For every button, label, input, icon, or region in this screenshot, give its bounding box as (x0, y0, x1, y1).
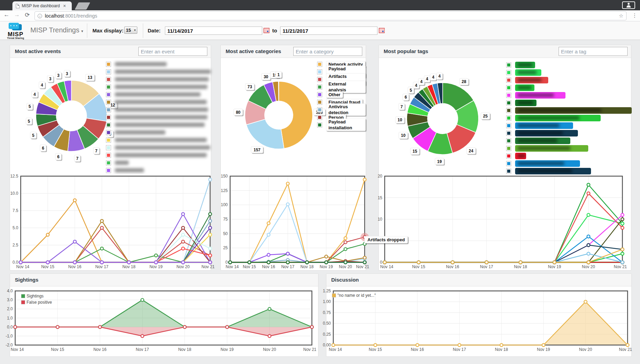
legend-label: False positive (27, 300, 52, 305)
page-favicon-icon (16, 4, 20, 8)
legend-color-swatch (106, 107, 111, 112)
svg-text:4: 4 (426, 77, 429, 81)
chart-tooltip: Artifacts dropped (364, 236, 408, 243)
profile-icon (626, 3, 631, 8)
legend-item: Sightings (21, 293, 52, 299)
url-bar[interactable]: i localhost :8001/trendings ☆ (35, 11, 627, 20)
legend-label: Sightings (27, 294, 43, 299)
forward-button[interactable]: → (12, 11, 21, 18)
svg-text:Nov 16: Nov 16 (68, 264, 81, 269)
legend-item (506, 114, 632, 122)
redacted-event-label (115, 138, 207, 142)
svg-text:Nov 15: Nov 15 (412, 264, 425, 269)
redacted-event-label (115, 85, 207, 89)
calendar-icon[interactable] (379, 28, 385, 33)
legend-item (506, 61, 632, 69)
svg-text:2.5: 2.5 (12, 243, 18, 247)
events-line-chart: 0.02.55.07.510.012.5Nov 14Nov 15Nov 16No… (10, 173, 211, 272)
legend-color-swatch (21, 300, 25, 304)
svg-text:4: 4 (438, 74, 441, 79)
browser-tab-bar: MISP live dashboard × (0, 0, 640, 10)
svg-text:7: 7 (76, 156, 79, 161)
svg-text:15: 15 (378, 195, 383, 200)
browser-toolbar: ← → ⟳ i localhost :8001/trendings ☆ ⋮ (0, 10, 640, 21)
legend-item (106, 60, 211, 68)
redacted-tag-pill (515, 62, 535, 68)
legend-color-swatch (506, 169, 511, 174)
legend-item (106, 75, 211, 83)
svg-text:0.75: 0.75 (323, 310, 331, 315)
svg-text:0.0: 0.0 (12, 260, 18, 265)
profile-button[interactable] (622, 1, 635, 9)
date-from-input[interactable] (165, 27, 262, 35)
redacted-tag-pill (515, 145, 588, 152)
legend-color-swatch (21, 294, 25, 298)
logo-title: MISP (4, 32, 27, 37)
legend-color-swatch (317, 77, 322, 82)
svg-text:Nov 15: Nov 15 (243, 264, 256, 269)
page-info-icon[interactable]: i (38, 14, 42, 18)
tab-close-icon[interactable]: × (63, 3, 66, 9)
calendar-icon[interactable] (264, 28, 269, 33)
category-search-input[interactable] (293, 47, 362, 56)
app-header: MISP Threat Sharing MISP Trendings ▾ Max… (0, 21, 640, 40)
legend-item (506, 160, 632, 167)
svg-text:4: 4 (41, 83, 43, 88)
panel-most-active-events: Most active events 13128776655544333 0.0… (10, 45, 211, 271)
back-button[interactable]: ← (2, 11, 11, 18)
browser-menu-icon[interactable]: ⋮ (632, 12, 637, 19)
svg-text:Nov 16: Nov 16 (446, 264, 459, 269)
legend-color-swatch (506, 100, 511, 105)
panel-sightings: Sightings -2.0-1.00.01.02.03.04.0Nov 14N… (10, 273, 318, 357)
logo-subtitle: Threat Sharing (4, 37, 27, 39)
legend-color-swatch (106, 62, 111, 67)
redacted-event-label (115, 123, 205, 127)
new-tab-button[interactable] (75, 2, 90, 10)
legend-item (106, 113, 211, 121)
redacted-event-label (115, 70, 211, 74)
svg-text:Nov 14: Nov 14 (226, 264, 239, 269)
legend-label: "no name or id yet..." (337, 293, 376, 298)
legend-color-swatch (106, 84, 111, 90)
legend-item (506, 99, 632, 107)
legend-item (106, 68, 211, 75)
svg-text:2.0: 2.0 (7, 306, 13, 311)
legend-color-swatch (106, 153, 111, 158)
svg-text:80: 80 (236, 110, 241, 115)
date-to-input[interactable] (280, 27, 377, 35)
svg-text:Nov 18: Nov 18 (514, 264, 527, 269)
svg-text:Nov 15: Nov 15 (51, 347, 64, 352)
redacted-tag-pill (515, 138, 570, 144)
svg-text:10.0: 10.0 (10, 191, 19, 196)
reload-button[interactable]: ⟳ (23, 11, 32, 19)
legend-color-swatch (106, 115, 111, 120)
bookmark-star-icon[interactable]: ☆ (619, 13, 623, 19)
svg-text:25: 25 (223, 245, 228, 250)
legend-color-swatch (506, 131, 511, 136)
legend-color-swatch (317, 107, 322, 112)
browser-tab[interactable]: MISP live dashboard × (12, 1, 72, 10)
svg-text:Nov 17: Nov 17 (95, 264, 108, 269)
redacted-tag-pill (515, 115, 601, 121)
svg-text:0.25: 0.25 (323, 332, 331, 337)
svg-text:Nov 15: Nov 15 (369, 347, 382, 352)
panel-title: Most popular tags (384, 48, 428, 54)
svg-text:28: 28 (462, 79, 466, 84)
app-title-dropdown[interactable]: MISP Trendings ▾ (30, 26, 83, 34)
legend-item (506, 76, 632, 84)
tag-search-input[interactable] (559, 47, 628, 56)
svg-text:100: 100 (221, 202, 228, 207)
misp-logo[interactable]: MISP Threat Sharing (4, 23, 27, 39)
max-display-select[interactable]: 15 ▾ (124, 27, 137, 34)
panel-title: Most active categories (226, 48, 281, 54)
date-label: Date: (148, 28, 161, 33)
legend-item (506, 152, 632, 160)
legend-color-swatch (317, 62, 322, 67)
legend-item (106, 136, 211, 144)
event-search-input[interactable] (138, 47, 207, 56)
svg-text:3: 3 (49, 77, 51, 81)
svg-text:1.25: 1.25 (323, 289, 331, 293)
tab-title: MISP live dashboard (22, 3, 62, 8)
legend-color-swatch (317, 84, 322, 90)
svg-text:150: 150 (221, 174, 228, 179)
